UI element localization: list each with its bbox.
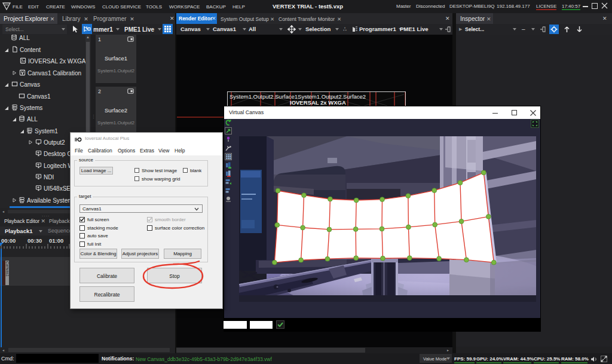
svg-text:IOVERSAL 2x WXGA: IOVERSAL 2x WXGA (290, 99, 346, 106)
